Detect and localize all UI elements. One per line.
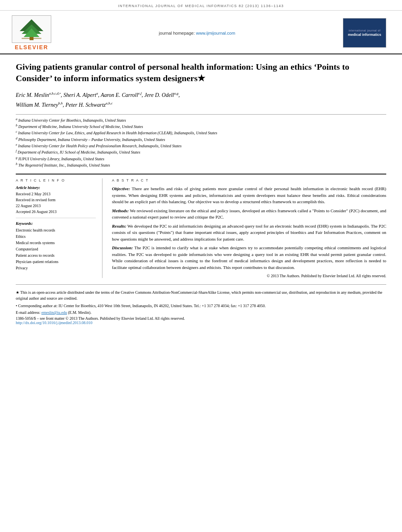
keyword-1: Electronic health records — [16, 227, 96, 234]
section-divider — [16, 174, 386, 174]
email-suffix: (E.M. Meslin). — [68, 310, 91, 315]
homepage-link[interactable]: www.ijmijournal.com — [196, 31, 235, 35]
methods-label: Methods: — [112, 208, 129, 213]
corresponding-note: • Corresponding author at: IU Center for… — [16, 303, 386, 309]
keyword-2: Ethics — [16, 234, 96, 240]
abstract-discussion: Discussion: The P2C is intended to clari… — [112, 245, 386, 271]
authors: Eric M. Meslina,b,c,d,•, Sheri A. Alpert… — [16, 90, 386, 110]
doi-line: http://dx.doi.org/10.1016/j.ijmedinf.201… — [16, 321, 386, 325]
methods-text: We reviewed existing literature on the e… — [112, 208, 386, 220]
objective-text: There are benefits and risks of giving p… — [112, 186, 386, 204]
affiliation-h: h The Regenstrief Institute, Inc., India… — [16, 162, 386, 168]
copyright-line: © 2013 The Authors. Published by Elsevie… — [112, 274, 386, 278]
star-note: ★ This is an open-access article distrib… — [16, 289, 386, 301]
info-divider-1 — [16, 218, 96, 218]
article-info-column: A R T I C L E I N F O Article history: R… — [16, 178, 102, 278]
affiliation-f: f Department of Pediatrics, IU School of… — [16, 149, 386, 155]
issn-line: 1386-5056/$ – see front matter © 2013 Th… — [16, 316, 386, 321]
history-revised-date: 22 August 2013 — [16, 203, 96, 209]
homepage-label: journal homepage: — [159, 31, 195, 35]
abstract-objective: Objective: There are benefits and risks … — [112, 185, 386, 205]
svg-rect-4 — [22, 38, 41, 39]
keyword-6: Physician–patient relations — [16, 259, 96, 265]
discussion-label: Discussion: — [112, 245, 133, 250]
results-text: We developed the P2C to aid informaticis… — [112, 224, 386, 241]
discussion-text: The P2C is intended to clarify what is a… — [112, 245, 386, 270]
keyword-5: Patient access to records — [16, 252, 96, 259]
doi-link[interactable]: http://dx.doi.org/10.1016/j.ijmedinf.201… — [16, 321, 93, 325]
elsevier-wordmark: ELSEVIER — [15, 44, 48, 50]
affiliations: a Indiana University Center for Bioethic… — [16, 114, 386, 169]
main-content: Giving patients granular control of pers… — [0, 54, 402, 278]
affiliation-g: g IUPUI University Library, Indianapolis… — [16, 156, 386, 162]
affiliation-c: c Indiana University Center for Law, Eth… — [16, 130, 386, 136]
abstract-methods: Methods: We reviewed existing literature… — [112, 208, 386, 221]
history-received: Received 2 May 2013 — [16, 191, 96, 197]
logo-main-text: medical informatics — [348, 33, 382, 37]
history-label: Article history: — [16, 185, 96, 190]
email-line: E-mail address: emeslin@iu.edu (E.M. Mes… — [16, 310, 386, 315]
email-link[interactable]: emeslin@iu.edu — [41, 310, 67, 315]
affiliation-a: a Indiana University Center for Bioethic… — [16, 117, 386, 123]
article-title: Giving patients granular control of pers… — [16, 61, 386, 84]
keywords-label: Keywords: — [16, 221, 96, 226]
keyword-3: Medical records systems — [16, 240, 96, 246]
elsevier-logo: ELSEVIER — [12, 15, 51, 50]
affiliation-b: b Department of Medicine, Indiana Univer… — [16, 123, 386, 130]
elsevier-tree-icon — [14, 17, 49, 41]
journal-header-text: INTERNATIONAL JOURNAL OF MEDICAL INFORMA… — [118, 4, 284, 8]
abstract-column: A B S T R A C T Objective: There are ben… — [112, 178, 386, 278]
elsevier-tree-box — [12, 15, 51, 43]
keyword-7: Privacy — [16, 265, 96, 271]
results-label: Results: — [112, 224, 127, 228]
journal-homepage: journal homepage: www.ijmijournal.com — [159, 31, 235, 35]
affiliation-e: e Indiana University Center for Health P… — [16, 143, 386, 149]
history-accepted: Accepted 26 August 2013 — [16, 209, 96, 215]
affiliation-d: d Philosophy Department, Indiana Univers… — [16, 136, 386, 143]
page: INTERNATIONAL JOURNAL OF MEDICAL INFORMA… — [0, 0, 402, 532]
journal-header-bar: INTERNATIONAL JOURNAL OF MEDICAL INFORMA… — [0, 0, 402, 11]
two-column-layout: A R T I C L E I N F O Article history: R… — [16, 178, 386, 278]
logo-top-text: international journal of — [349, 29, 381, 32]
logo-row: ELSEVIER journal homepage: www.ijmijourn… — [0, 11, 402, 54]
keyword-4: Computerized — [16, 246, 96, 252]
footer-area: ★ This is an open-access article distrib… — [16, 284, 386, 331]
abstract-heading: A B S T R A C T — [112, 178, 386, 182]
authors-text: Eric M. Meslina,b,c,d,•, Sheri A. Alpert… — [16, 92, 180, 108]
history-revised-label: Received in revised form — [16, 197, 96, 203]
objective-label: Objective: — [112, 186, 130, 191]
abstract-results: Results: We developed the P2C to aid inf… — [112, 223, 386, 243]
article-info-heading: A R T I C L E I N F O — [16, 178, 96, 182]
medical-informatics-logo: international journal of medical informa… — [343, 18, 386, 48]
